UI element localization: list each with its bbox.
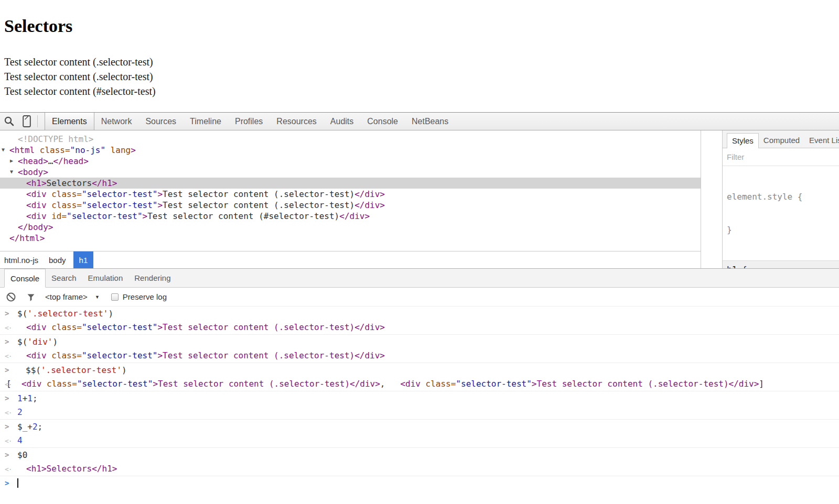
code-token: id= bbox=[47, 211, 67, 221]
code-token: class= bbox=[47, 189, 82, 199]
devtools-tab-netbeans[interactable]: NetBeans bbox=[405, 113, 455, 130]
code-token: Test selector content (.selector-test) bbox=[163, 322, 354, 332]
breadcrumb-item-html-no-js[interactable]: html.no-js bbox=[0, 251, 44, 268]
dom-tree-row[interactable]: ▼<html class="no-js" lang> bbox=[0, 145, 701, 156]
drawer-tab-console[interactable]: Console bbox=[4, 269, 46, 288]
code-token: "selector-test" bbox=[82, 322, 158, 332]
device-mode-icon bbox=[23, 115, 31, 127]
code-token: </body> bbox=[18, 222, 53, 232]
styles-tab-computed[interactable]: Computed bbox=[759, 133, 804, 148]
devtools-tab-network[interactable]: Network bbox=[94, 113, 139, 130]
console-row-command: >1+1; bbox=[0, 391, 839, 405]
breadcrumb-item-body[interactable]: body bbox=[44, 251, 71, 268]
console-row-result: <·<h1>Selectors</h1> bbox=[0, 462, 839, 476]
console-row-result: <·[ <div class="selector-test">Test sele… bbox=[0, 377, 839, 391]
devtools-tab-timeline[interactable]: Timeline bbox=[183, 113, 228, 130]
device-mode-button[interactable] bbox=[18, 113, 36, 130]
code-token: 2 bbox=[17, 407, 23, 417]
code-token: ) bbox=[108, 309, 113, 319]
drawer: ConsoleSearchEmulationRendering <top fra… bbox=[0, 268, 839, 504]
clear-console-icon bbox=[6, 292, 16, 302]
devtools-tab-resources[interactable]: Resources bbox=[270, 113, 323, 130]
element-style-close: } bbox=[727, 224, 835, 235]
code-token: </div> bbox=[350, 379, 380, 389]
inspect-element-button[interactable] bbox=[0, 113, 18, 130]
dom-tree-row[interactable]: <h1>Selectors</h1> bbox=[0, 178, 701, 189]
result-arrow-icon: <· bbox=[5, 352, 12, 359]
dom-tree-row[interactable]: ▶<head>…</head> bbox=[0, 156, 701, 167]
drawer-tab-emulation[interactable]: Emulation bbox=[82, 269, 129, 287]
code-token: </div> bbox=[729, 379, 759, 389]
code-token: Test selector content (.selector-test) bbox=[163, 350, 354, 360]
dom-tree-row[interactable]: <div id="selector-test">Test selector co… bbox=[0, 211, 701, 222]
preserve-log-checkbox[interactable] bbox=[111, 293, 119, 301]
code-token: > bbox=[157, 322, 163, 332]
devtools-tab-console[interactable]: Console bbox=[360, 113, 405, 130]
styles-filter-input[interactable]: Filter bbox=[723, 148, 839, 166]
dom-tree-row[interactable]: </body> bbox=[0, 222, 701, 233]
code-token: , bbox=[380, 379, 401, 389]
code-token: ) bbox=[52, 337, 58, 347]
devtools-toolbar: ElementsNetworkSourcesTimelineProfilesRe… bbox=[0, 112, 839, 130]
styles-tab-event-listeners[interactable]: Event Listeners bbox=[804, 133, 839, 148]
code-token: > bbox=[157, 189, 163, 199]
code-token: <div bbox=[26, 211, 47, 221]
dom-tree-row[interactable]: <div class="selector-test">Test selector… bbox=[0, 200, 701, 211]
console-row-result: <·<div class="selector-test">Test select… bbox=[0, 348, 839, 363]
devtools-tab-profiles[interactable]: Profiles bbox=[228, 113, 270, 130]
console-row-result: <·<div class="selector-test">Test select… bbox=[0, 320, 839, 334]
result-arrow-icon: <· bbox=[5, 408, 12, 416]
console-toolbar: <top frame> ▼ Preserve log bbox=[0, 288, 839, 306]
console-log: >$('.selector-test')<·<div class="select… bbox=[0, 306, 839, 504]
prompt-cursor[interactable] bbox=[17, 478, 18, 488]
code-token: "selector-test" bbox=[77, 379, 153, 389]
console-row-command: >$('.selector-test') bbox=[0, 306, 839, 320]
devtools-tab-audits[interactable]: Audits bbox=[324, 113, 360, 130]
clear-console-button[interactable] bbox=[5, 291, 17, 303]
code-token: Test selector content (.selector-test) bbox=[537, 379, 729, 389]
code-token: </div> bbox=[354, 322, 385, 332]
code-token: $( bbox=[17, 309, 27, 319]
page-heading: Selectors bbox=[0, 0, 839, 37]
breadcrumb-item-h1[interactable]: h1 bbox=[73, 251, 94, 268]
devtools-main: <!DOCTYPE html>▼<html class="no-js" lang… bbox=[0, 130, 839, 268]
toolbar-separator bbox=[37, 115, 38, 127]
collapse-icon[interactable]: ▼ bbox=[2, 147, 5, 153]
filter-button[interactable] bbox=[25, 291, 37, 303]
style-rule-line[interactable]: h1 { bbox=[727, 265, 835, 268]
h1-style-rule[interactable]: h1 {display: block;font-size: 2em;-webki… bbox=[723, 260, 839, 268]
frame-caret-icon[interactable]: ▼ bbox=[95, 294, 100, 300]
code-token: class= bbox=[47, 322, 82, 332]
code-token: 1 bbox=[27, 393, 33, 403]
rendered-page: Selectors Test selector content (.select… bbox=[0, 0, 839, 112]
devtools-tab-elements[interactable]: Elements bbox=[45, 113, 94, 130]
console-row-prompt[interactable]: > bbox=[0, 476, 839, 490]
dom-tree-row[interactable]: <div class="selector-test">Test selector… bbox=[0, 189, 701, 200]
element-style-section[interactable]: element.style { } bbox=[723, 166, 839, 260]
code-token: class= bbox=[421, 379, 456, 389]
styles-tab-styles[interactable]: Styles bbox=[727, 133, 759, 148]
command-chevron-icon: > bbox=[5, 422, 9, 431]
command-chevron-icon: > bbox=[5, 309, 9, 317]
devtools-tab-sources[interactable]: Sources bbox=[138, 113, 183, 130]
code-token: … bbox=[48, 156, 53, 166]
code-token: > bbox=[157, 350, 163, 360]
code-token: 1 bbox=[17, 393, 23, 403]
breadcrumb: html.no-jsbodyh1 bbox=[0, 251, 701, 268]
code-token: "selector-test" bbox=[67, 211, 143, 221]
dom-tree: <!DOCTYPE html>▼<html class="no-js" lang… bbox=[0, 130, 701, 251]
code-token: <body> bbox=[18, 167, 48, 177]
drawer-tab-rendering[interactable]: Rendering bbox=[128, 269, 176, 287]
code-token: "selector-test" bbox=[82, 189, 158, 199]
dom-tree-row[interactable]: </html> bbox=[0, 233, 701, 244]
code-token: <div bbox=[26, 200, 47, 210]
expand-icon[interactable]: ▶ bbox=[10, 158, 13, 164]
code-token: + bbox=[23, 393, 28, 403]
drawer-tab-search[interactable]: Search bbox=[46, 269, 82, 287]
console-row-result: <·2 bbox=[0, 405, 839, 419]
frame-selector[interactable]: <top frame> bbox=[45, 292, 88, 301]
code-token: <div bbox=[26, 322, 47, 332]
dom-tree-row[interactable]: <!DOCTYPE html> bbox=[0, 134, 701, 145]
dom-tree-row[interactable]: ▼<body> bbox=[0, 167, 701, 178]
collapse-icon[interactable]: ▼ bbox=[10, 169, 13, 175]
